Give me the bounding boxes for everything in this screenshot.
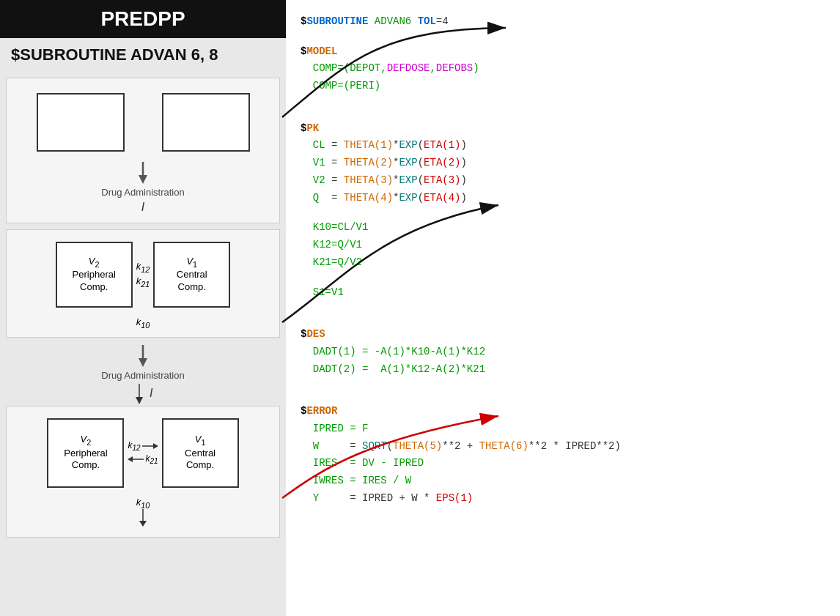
svg-marker-1 [139, 175, 147, 184]
blank-5 [301, 272, 825, 284]
left-panel: PREDPP $SUBROUTINE ADVAN 6, 8 Drug Admin… [0, 0, 286, 616]
k12-arrow-row: k12 [128, 440, 158, 452]
blank-8 [301, 378, 825, 390]
code-w: W = SQRT(THETA(5)**2 + THETA(6)**2 * IPR… [301, 438, 825, 456]
blank-1 [301, 31, 825, 43]
mid-v1-label: V1CentralComp. [177, 256, 207, 294]
bot-box-v2: V2PeripheralComp. [47, 418, 124, 488]
bot-v2-label: V2PeripheralComp. [64, 434, 107, 472]
code-error: $ERROR [301, 403, 825, 420]
code-s1: S1=V1 [301, 284, 825, 302]
blank-3 [301, 108, 825, 120]
code-q: Q = THETA(4)*EXP(ETA(4)) [301, 190, 825, 207]
mid-boxes-row: V2PeripheralComp. k12 k21 V1CentralComp. [12, 236, 273, 313]
code-v2: V2 = THETA(3)*EXP(ETA(3)) [301, 172, 825, 190]
top-box-left [37, 93, 125, 152]
predpp-title: PREDPP [100, 7, 185, 30]
svg-marker-9 [128, 456, 133, 462]
k10-label-mid: k10 [12, 313, 273, 331]
code-pk: $PK [301, 120, 825, 138]
code-des: $DES [301, 326, 825, 344]
k12-label: k12 [136, 261, 150, 274]
code-k12: K12=Q/V1 [301, 237, 825, 254]
code-v1: V1 = THETA(2)*EXP(ETA(2)) [301, 155, 825, 172]
code-k10: K10=CL/V1 [301, 219, 825, 237]
section-bot: V2PeripheralComp. k12 [6, 406, 280, 538]
k10-bot-section: k10 [12, 494, 273, 532]
svg-marker-7 [153, 443, 158, 449]
code-cl: CL = THETA(1)*EXP(ETA(1)) [301, 137, 825, 155]
k10-bot-label: k10 [136, 497, 150, 510]
subroutine-label: $SUBROUTINE ADVAN 6, 8 [0, 38, 286, 72]
svg-marker-11 [139, 521, 147, 527]
top-boxes-row [14, 86, 272, 159]
code-iwres: IWRES = IRES / W [301, 472, 825, 490]
code-comp2: COMP=(PERI) [301, 78, 825, 95]
mid-box-v2: V2PeripheralComp. [56, 242, 133, 308]
blank-4 [301, 207, 825, 220]
section-top: Drug Administration I [6, 78, 280, 223]
code-ipred: IPRED = F [301, 420, 825, 438]
italic-i-1: I [14, 199, 272, 215]
bot-v1-label: V1CentralComp. [185, 434, 215, 472]
blank-7 [301, 313, 825, 326]
k12-bot-label: k12 [128, 440, 140, 452]
k-labels-mid: k12 k21 [136, 261, 150, 288]
code-subroutine: $SUBROUTINE ADVAN6 TOL=4 [301, 13, 825, 31]
section-mid: V2PeripheralComp. k12 k21 V1CentralComp.… [6, 229, 280, 338]
k21-label: k21 [136, 275, 150, 289]
subroutine-text: $SUBROUTINE ADVAN 6, 8 [11, 45, 218, 64]
mid-v2-label: V2PeripheralComp. [73, 256, 116, 294]
code-k21: K21=Q/V2 [301, 254, 825, 272]
top-box-right [162, 93, 250, 152]
bot-boxes-row: V2PeripheralComp. k12 [12, 412, 273, 494]
predpp-header: PREDPP [0, 0, 286, 38]
mid-box-v1: V1CentralComp. [153, 242, 230, 308]
arrow-between [0, 344, 286, 368]
code-dadt2: DADT(2) = A(1)*K12-A(2)*K21 [301, 361, 825, 379]
blank-2 [301, 95, 825, 108]
blank-9 [301, 390, 825, 403]
drug-admin-label-2: Drug Administration [0, 368, 286, 382]
code-y: Y = IPRED + W * EPS(1) [301, 490, 825, 508]
arrow-down-top [14, 159, 272, 185]
k21-bot-label: k21 [145, 453, 158, 465]
code-ires: IRES = DV - IPRED [301, 455, 825, 472]
bot-box-v1: V1CentralComp. [162, 418, 239, 488]
blank-6 [301, 301, 825, 313]
bidirectional-arrows: k12 k21 [128, 440, 158, 465]
code-dadt1: DADT(1) = -A(1)*K10-A(1)*K12 [301, 344, 825, 361]
code-model: $MODEL [301, 43, 825, 61]
k21-arrow-row: k21 [128, 453, 158, 465]
code-comp1: COMP=(DEPOT,DEFDOSE,DEFOBS) [301, 60, 825, 78]
svg-marker-5 [136, 397, 143, 404]
svg-marker-3 [139, 358, 147, 367]
right-panel: $SUBROUTINE ADVAN6 TOL=4 $MODEL COMP=(DE… [286, 0, 840, 616]
drug-admin-label-1: Drug Administration [14, 185, 272, 199]
italic-i-2: I [0, 382, 286, 406]
